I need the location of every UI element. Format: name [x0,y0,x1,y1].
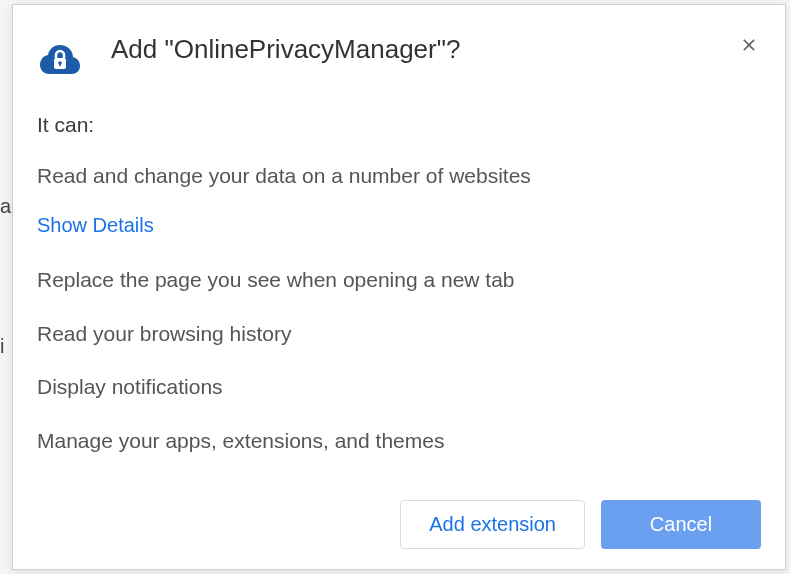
background-fragment: a [0,195,11,218]
extension-cloud-lock-icon [37,37,83,83]
cancel-button[interactable]: Cancel [601,500,761,549]
permission-item: Display notifications [37,372,761,401]
close-icon [739,35,759,55]
permission-item: Manage your apps, extensions, and themes [37,426,761,455]
svg-rect-2 [59,63,61,66]
permissions-intro: It can: [37,113,761,137]
close-button[interactable] [737,33,761,57]
extension-install-dialog: Add "OnlinePrivacyManager"? It can: Read… [12,4,786,570]
show-details-link[interactable]: Show Details [37,214,154,237]
dialog-footer: Add extension Cancel [400,500,761,549]
dialog-header: Add "OnlinePrivacyManager"? [13,5,785,93]
dialog-body: It can: Read and change your data on a n… [13,93,785,455]
permission-item: Read your browsing history [37,319,761,348]
permission-item: Replace the page you see when opening a … [37,265,761,294]
permission-item: Read and change your data on a number of… [37,161,761,190]
background-fragment: i [0,335,4,358]
add-extension-button[interactable]: Add extension [400,500,585,549]
dialog-title: Add "OnlinePrivacyManager"? [111,33,737,67]
